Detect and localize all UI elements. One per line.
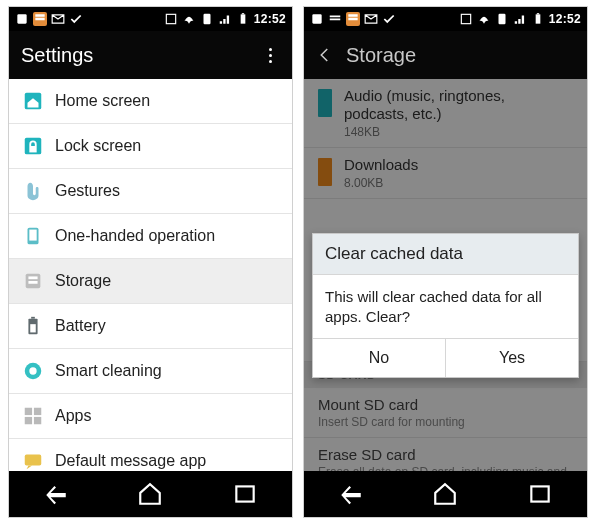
storage-body: Audio (music, ringtones, podcasts, etc.)… <box>304 79 587 471</box>
onehand-icon <box>21 224 45 248</box>
svg-rect-18 <box>34 408 41 415</box>
svg-rect-19 <box>25 417 32 424</box>
lock-icon <box>21 134 45 158</box>
back-button[interactable] <box>36 479 76 509</box>
settings-item-label: Default message app <box>55 452 280 470</box>
recent-button[interactable] <box>520 479 560 509</box>
settings-item-label: Home screen <box>55 92 280 110</box>
home-button[interactable] <box>130 479 170 509</box>
dialog-no-button[interactable]: No <box>313 339 445 377</box>
status-bar: 12:52 <box>304 7 587 31</box>
svg-rect-11 <box>28 276 37 279</box>
wifi-icon <box>182 12 196 26</box>
settings-list: Home screenLock screenGesturesOne-handed… <box>9 79 292 471</box>
battery-icon <box>21 314 45 338</box>
phone-storage: 12:52 Storage Audio (music, ringtones, p… <box>303 6 588 518</box>
svg-rect-27 <box>498 14 505 25</box>
signal-icon <box>513 12 527 26</box>
settings-item-battery[interactable]: Battery <box>9 304 292 349</box>
svg-rect-26 <box>461 14 470 23</box>
signal-icon <box>218 12 232 26</box>
svg-rect-17 <box>25 408 32 415</box>
svg-rect-4 <box>242 13 244 14</box>
sim-icon <box>200 12 214 26</box>
dialog-yes-button[interactable]: Yes <box>445 339 578 377</box>
back-button[interactable] <box>331 479 371 509</box>
svg-rect-14 <box>31 317 35 319</box>
battery-icon <box>236 12 250 26</box>
phone-settings: 12:52 Settings Home screenLock screenGes… <box>8 6 293 518</box>
nav-bar <box>304 471 587 517</box>
svg-rect-21 <box>25 455 42 466</box>
wifi-icon <box>477 12 491 26</box>
page-title: Settings <box>21 44 260 67</box>
svg-rect-29 <box>537 13 539 14</box>
app-bar-settings: Settings <box>9 31 292 79</box>
overflow-menu-button[interactable] <box>260 39 280 71</box>
dialog-body: This will clear cached data for all apps… <box>313 275 578 338</box>
nfc-icon <box>164 12 178 26</box>
settings-item-label: Battery <box>55 317 280 335</box>
avatar-icon <box>15 12 29 26</box>
svg-rect-2 <box>203 14 210 25</box>
settings-item-onehand[interactable]: One-handed operation <box>9 214 292 259</box>
svg-rect-12 <box>28 281 37 284</box>
svg-rect-0 <box>17 14 26 23</box>
clear-cache-dialog: Clear cached data This will clear cached… <box>312 233 579 378</box>
clean-icon <box>21 359 45 383</box>
settings-item-label: One-handed operation <box>55 227 280 245</box>
check-icon <box>382 12 396 26</box>
settings-item-label: Apps <box>55 407 280 425</box>
dialog-title: Clear cached data <box>313 234 578 275</box>
settings-item-clean[interactable]: Smart cleaning <box>9 349 292 394</box>
storage-icon <box>21 269 45 293</box>
settings-item-message[interactable]: Default message app <box>9 439 292 471</box>
svg-rect-15 <box>30 324 36 332</box>
notification-icon <box>346 12 360 26</box>
sim-icon <box>495 12 509 26</box>
settings-item-home[interactable]: Home screen <box>9 79 292 124</box>
status-clock: 12:52 <box>254 12 286 26</box>
settings-item-label: Lock screen <box>55 137 280 155</box>
svg-rect-30 <box>531 486 548 501</box>
recent-button[interactable] <box>225 479 265 509</box>
dialog-actions: No Yes <box>313 338 578 377</box>
svg-rect-9 <box>29 230 36 241</box>
nav-bar <box>9 471 292 517</box>
apps-icon <box>21 404 45 428</box>
svg-rect-25 <box>312 14 321 23</box>
settings-item-lock[interactable]: Lock screen <box>9 124 292 169</box>
page-title: Storage <box>346 44 575 67</box>
status-clock: 12:52 <box>549 12 581 26</box>
nfc-icon <box>459 12 473 26</box>
mail-icon <box>364 12 378 26</box>
svg-rect-3 <box>240 14 245 23</box>
notification-icon <box>33 12 47 26</box>
mail-icon <box>51 12 65 26</box>
settings-item-label: Smart cleaning <box>55 362 280 380</box>
home-button[interactable] <box>425 479 465 509</box>
battery-icon <box>531 12 545 26</box>
svg-rect-7 <box>29 146 36 152</box>
settings-item-storage[interactable]: Storage <box>9 259 292 304</box>
svg-rect-1 <box>166 14 175 23</box>
settings-item-apps[interactable]: Apps <box>9 394 292 439</box>
svg-rect-24 <box>236 486 253 501</box>
app-bar-storage: Storage <box>304 31 587 79</box>
svg-rect-20 <box>34 417 41 424</box>
check-icon <box>69 12 83 26</box>
home-icon <box>21 89 45 113</box>
back-chevron-icon[interactable] <box>316 46 340 64</box>
settings-item-label: Storage <box>55 272 280 290</box>
status-bar: 12:52 <box>9 7 292 31</box>
stack-icon <box>328 12 342 26</box>
settings-item-gesture[interactable]: Gestures <box>9 169 292 214</box>
svg-rect-28 <box>535 14 540 23</box>
avatar-icon <box>310 12 324 26</box>
message-icon <box>21 449 45 471</box>
gesture-icon <box>21 179 45 203</box>
settings-item-label: Gestures <box>55 182 280 200</box>
